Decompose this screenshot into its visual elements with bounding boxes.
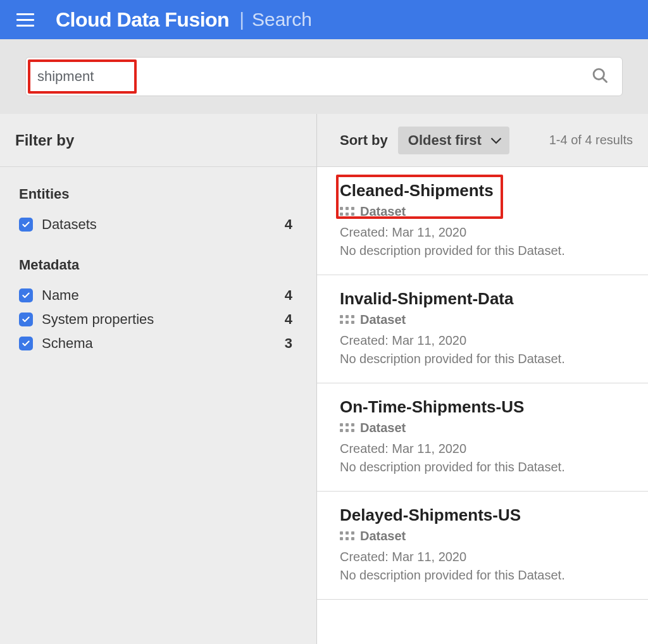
result-title: Cleaned-Shipments	[340, 181, 630, 201]
search-box-wrap	[25, 57, 623, 96]
results-header: Sort by Oldest first 1-4 of 4 results	[317, 114, 648, 167]
header-bar: Cloud Data Fusion | Search	[0, 0, 648, 39]
result-title: On-Time-Shipments-US	[340, 397, 630, 417]
result-item[interactable]: On-Time-Shipments-US Dataset Created: Ma…	[317, 383, 648, 492]
result-type: Dataset	[360, 529, 406, 543]
filter-group-entities: Entities Datasets 4	[19, 186, 297, 237]
result-created: Created: Mar 11, 2020	[340, 333, 630, 348]
result-title: Delayed-Shipments-US	[340, 505, 630, 525]
checkbox-icon[interactable]	[19, 288, 33, 302]
filter-count: 4	[285, 287, 297, 304]
results-count: 1-4 of 4 results	[549, 133, 633, 147]
dataset-icon	[340, 531, 355, 542]
dataset-icon	[340, 207, 355, 217]
results-panel: Sort by Oldest first 1-4 of 4 results Cl…	[317, 114, 648, 644]
chevron-down-icon	[490, 132, 502, 149]
columns: Filter by Entities Datasets 4	[0, 114, 648, 644]
result-type: Dataset	[360, 204, 406, 219]
result-created: Created: Mar 11, 2020	[340, 550, 630, 564]
filter-row-system-properties[interactable]: System properties 4	[19, 307, 297, 331]
filter-count: 4	[285, 311, 297, 328]
result-description: No description provided for this Dataset…	[340, 460, 630, 474]
filter-label: Datasets	[42, 216, 97, 233]
result-description: No description provided for this Dataset…	[340, 244, 630, 258]
checkbox-icon[interactable]	[19, 337, 33, 350]
sort-label: Sort by	[340, 132, 388, 149]
checkbox-icon[interactable]	[19, 218, 33, 232]
search-strip	[0, 39, 648, 114]
sort-dropdown[interactable]: Oldest first	[398, 127, 509, 154]
result-item[interactable]: Cleaned-Shipments Dataset Created: Mar 1…	[317, 167, 648, 275]
sort-value: Oldest first	[408, 132, 482, 149]
checkbox-icon[interactable]	[19, 313, 33, 326]
menu-icon[interactable]	[16, 9, 37, 30]
result-created: Created: Mar 11, 2020	[340, 225, 630, 240]
result-type: Dataset	[360, 313, 406, 327]
brand-divider: |	[239, 9, 244, 30]
filter-group-title: Metadata	[19, 257, 297, 273]
filter-row-datasets[interactable]: Datasets 4	[19, 213, 297, 237]
result-created: Created: Mar 11, 2020	[340, 442, 630, 456]
filter-group-metadata: Metadata Name 4	[19, 257, 297, 356]
filter-group-title: Entities	[19, 186, 297, 202]
dataset-icon	[340, 315, 355, 325]
filter-sidebar: Filter by Entities Datasets 4	[0, 114, 317, 644]
filter-header: Filter by	[0, 114, 316, 167]
filter-body: Entities Datasets 4 Metadata	[0, 167, 316, 356]
search-input[interactable]	[25, 57, 623, 96]
page-title: Search	[252, 9, 312, 30]
brand-title: Cloud Data Fusion	[56, 8, 229, 32]
filter-row-name[interactable]: Name 4	[19, 283, 297, 307]
result-item[interactable]: Invalid-Shipment-Data Dataset Created: M…	[317, 275, 648, 383]
result-item[interactable]: Delayed-Shipments-US Dataset Created: Ma…	[317, 492, 648, 600]
filter-count: 4	[285, 216, 297, 233]
result-title: Invalid-Shipment-Data	[340, 289, 630, 309]
filter-label: Schema	[42, 335, 93, 352]
filter-label: System properties	[42, 311, 154, 328]
result-type: Dataset	[360, 421, 406, 435]
filter-row-schema[interactable]: Schema 3	[19, 331, 297, 356]
result-description: No description provided for this Dataset…	[340, 352, 630, 366]
filter-label: Name	[42, 287, 79, 304]
result-list: Cleaned-Shipments Dataset Created: Mar 1…	[317, 167, 648, 644]
filter-count: 3	[285, 335, 297, 352]
app-root: Cloud Data Fusion | Search Filter by Ent…	[0, 0, 648, 644]
result-description: No description provided for this Dataset…	[340, 568, 630, 583]
dataset-icon	[340, 423, 355, 433]
